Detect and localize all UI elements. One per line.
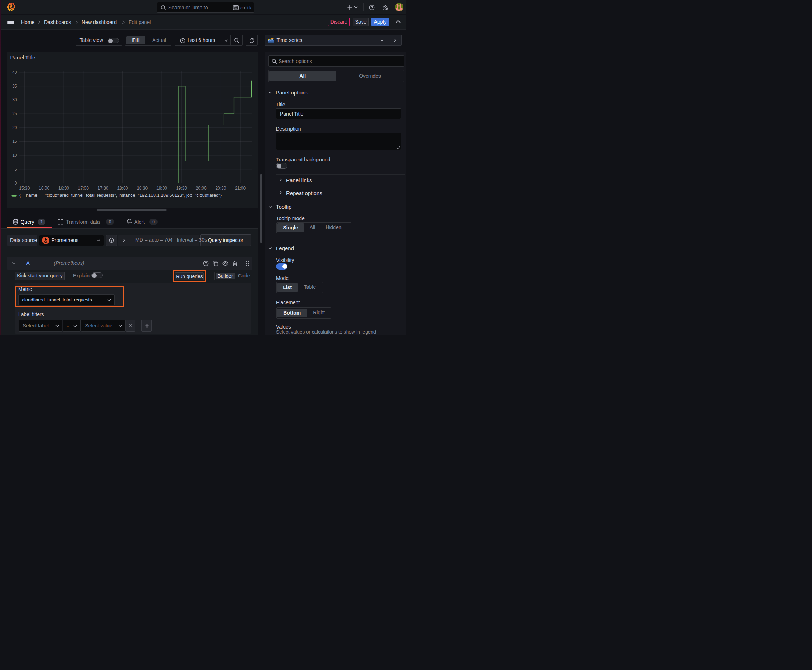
- svg-text:20:00: 20:00: [195, 186, 206, 191]
- svg-text:17:30: 17:30: [97, 186, 108, 191]
- svg-text:30: 30: [12, 97, 17, 102]
- svg-text:0: 0: [14, 180, 17, 185]
- svg-text:21:00: 21:00: [235, 186, 246, 191]
- svg-text:25: 25: [12, 111, 17, 116]
- svg-text:19:30: 19:30: [176, 186, 186, 191]
- svg-text:20:30: 20:30: [215, 186, 226, 191]
- svg-text:16:00: 16:00: [39, 186, 49, 191]
- svg-text:16:30: 16:30: [58, 186, 69, 191]
- svg-text:5: 5: [14, 166, 17, 171]
- svg-text:20: 20: [12, 125, 17, 130]
- svg-text:18:30: 18:30: [137, 186, 147, 191]
- svg-text:19:00: 19:00: [156, 186, 167, 191]
- svg-text:15:30: 15:30: [19, 186, 30, 191]
- svg-text:{__name__="cloudflared_tunnel_: {__name__="cloudflared_tunnel_total_requ…: [19, 193, 221, 198]
- svg-text:17:00: 17:00: [78, 186, 88, 191]
- svg-text:18:00: 18:00: [117, 186, 128, 191]
- svg-text:35: 35: [12, 83, 17, 88]
- svg-text:40: 40: [12, 70, 17, 75]
- svg-text:10: 10: [12, 153, 17, 158]
- svg-text:15: 15: [12, 139, 17, 144]
